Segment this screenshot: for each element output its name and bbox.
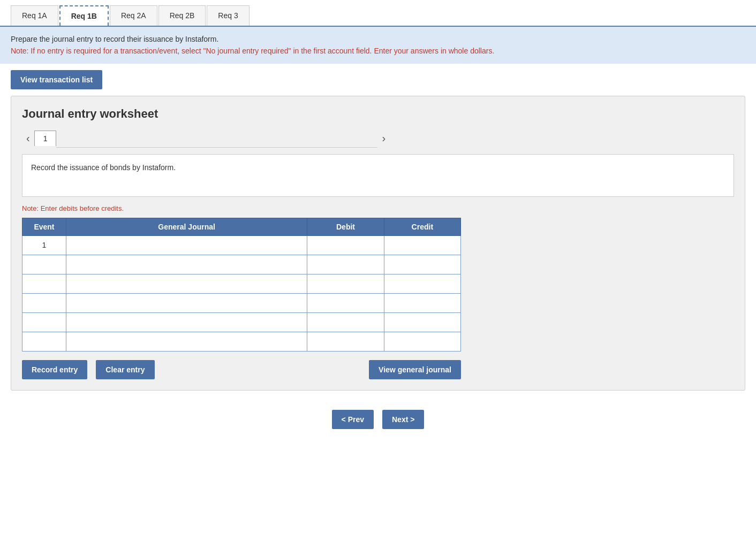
record-entry-button[interactable]: Record entry <box>22 360 87 379</box>
gj-input-0[interactable] <box>66 236 307 255</box>
instructions-note: Note: If no entry is required for a tran… <box>11 47 494 55</box>
credit-cell-1[interactable] <box>384 255 460 274</box>
instructions-box: Prepare the journal entry to record thei… <box>0 27 756 64</box>
table-row: 1 <box>22 235 461 255</box>
action-buttons: Record entry Clear entry View general jo… <box>22 360 461 379</box>
event-cell-3 <box>22 293 66 312</box>
gj-input-5[interactable] <box>66 332 307 351</box>
debit-cell-3[interactable] <box>307 293 384 312</box>
bottom-nav: < Prev Next > <box>0 401 756 438</box>
journal-table: Event General Journal Debit Credit 1 <box>22 218 461 351</box>
credit-cell-4[interactable] <box>384 312 460 332</box>
col-debit: Debit <box>307 218 384 235</box>
prev-page-button[interactable]: ‹ <box>22 130 34 147</box>
credit-input-5[interactable] <box>384 332 460 351</box>
table-row <box>22 312 461 332</box>
tab-req1a[interactable]: Req 1A <box>11 5 58 26</box>
gj-input-1[interactable] <box>66 255 307 274</box>
credit-cell-0[interactable] <box>384 235 460 255</box>
debit-cell-0[interactable] <box>307 235 384 255</box>
gj-cell-2[interactable] <box>66 274 307 293</box>
table-row <box>22 255 461 274</box>
event-cell-2 <box>22 274 66 293</box>
event-cell-4 <box>22 312 66 332</box>
event-cell-1 <box>22 255 66 274</box>
credit-cell-3[interactable] <box>384 293 460 312</box>
debit-input-1[interactable] <box>307 255 383 274</box>
tab-req3[interactable]: Req 3 <box>207 5 249 26</box>
credit-input-0[interactable] <box>384 236 460 255</box>
credit-input-2[interactable] <box>384 274 460 293</box>
instructions-main: Prepare the journal entry to record thei… <box>11 35 218 43</box>
view-general-journal-button[interactable]: View general journal <box>369 360 461 379</box>
description-box: Record the issuance of bonds by Instafor… <box>22 154 734 197</box>
gj-cell-0[interactable] <box>66 235 307 255</box>
col-credit: Credit <box>384 218 460 235</box>
table-row <box>22 293 461 312</box>
view-transaction-button[interactable]: View transaction list <box>11 70 102 89</box>
debit-cell-4[interactable] <box>307 312 384 332</box>
credit-input-3[interactable] <box>384 294 460 312</box>
toolbar: View transaction list <box>0 64 756 96</box>
worksheet-title: Journal entry worksheet <box>22 107 734 121</box>
tab-req1b[interactable]: Req 1B <box>59 5 109 26</box>
debit-input-0[interactable] <box>307 236 383 255</box>
debit-cell-1[interactable] <box>307 255 384 274</box>
bottom-prev-button[interactable]: < Prev <box>332 410 374 429</box>
debit-input-3[interactable] <box>307 294 383 312</box>
tabs-bar: Req 1A Req 1B Req 2A Req 2B Req 3 <box>0 5 756 27</box>
event-cell-5 <box>22 332 66 351</box>
gj-cell-4[interactable] <box>66 312 307 332</box>
debit-input-4[interactable] <box>307 313 383 332</box>
debit-input-5[interactable] <box>307 332 383 351</box>
page-number[interactable]: 1 <box>34 131 57 146</box>
debit-input-2[interactable] <box>307 274 383 293</box>
gj-cell-3[interactable] <box>66 293 307 312</box>
debit-cell-5[interactable] <box>307 332 384 351</box>
credit-cell-5[interactable] <box>384 332 460 351</box>
worksheet-container: Journal entry worksheet ‹ 1 › Record the… <box>11 96 745 391</box>
credit-input-4[interactable] <box>384 313 460 332</box>
gj-cell-1[interactable] <box>66 255 307 274</box>
table-row <box>22 274 461 293</box>
red-note: Note: Enter debits before credits. <box>22 204 734 212</box>
description-text: Record the issuance of bonds by Instafor… <box>31 163 176 172</box>
clear-entry-button[interactable]: Clear entry <box>96 360 154 379</box>
tab-req2a[interactable]: Req 2A <box>110 5 157 26</box>
col-general-journal: General Journal <box>66 218 307 235</box>
next-page-button[interactable]: › <box>377 130 390 147</box>
gj-input-2[interactable] <box>66 274 307 293</box>
gj-cell-5[interactable] <box>66 332 307 351</box>
tab-req2b[interactable]: Req 2B <box>158 5 206 26</box>
credit-input-1[interactable] <box>384 255 460 274</box>
credit-cell-2[interactable] <box>384 274 460 293</box>
bottom-next-button[interactable]: Next > <box>382 410 424 429</box>
page-nav: ‹ 1 › <box>22 129 734 148</box>
event-cell-0: 1 <box>22 235 66 255</box>
gj-input-3[interactable] <box>66 294 307 312</box>
page-tab-empty <box>56 129 377 148</box>
gj-input-4[interactable] <box>66 313 307 332</box>
col-event: Event <box>22 218 66 235</box>
table-row <box>22 332 461 351</box>
debit-cell-2[interactable] <box>307 274 384 293</box>
